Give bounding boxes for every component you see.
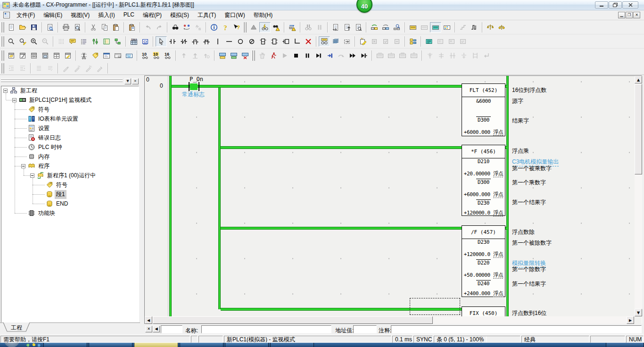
wina-toolbar-button[interactable] <box>6 50 17 61</box>
coilc-toolbar-button[interactable] <box>246 36 257 47</box>
editck-toolbar-button[interactable] <box>380 36 391 47</box>
scb-toolbar-button[interactable] <box>436 50 447 61</box>
stepin-toolbar-button[interactable] <box>324 50 336 61</box>
r10-toolbar-button[interactable]: 10 <box>140 50 151 61</box>
info-toolbar-button[interactable] <box>208 22 220 33</box>
endb-toolbar-button[interactable] <box>358 50 370 61</box>
contact-p-on[interactable] <box>189 82 200 91</box>
menu-2[interactable]: 编辑(E) <box>39 10 66 21</box>
taskbar-button-4[interactable] <box>180 343 223 347</box>
instruction-block-F[interactable]: *F (456)D210+20.00000 浮点D300+6000.000 浮点… <box>462 145 505 216</box>
playg-toolbar-button[interactable] <box>279 50 290 61</box>
upa-toolbar-button[interactable] <box>178 50 190 61</box>
cut-toolbar-button[interactable] <box>88 22 99 33</box>
panel-menu-button[interactable]: ▼ <box>124 78 131 84</box>
xred-toolbar-button[interactable] <box>303 36 314 47</box>
menu-10[interactable]: 帮助(H) <box>249 10 277 21</box>
vscroll-thumb[interactable] <box>635 84 642 174</box>
toolbar-gripper[interactable] <box>1 50 5 61</box>
winc-toolbar-button[interactable] <box>28 50 40 61</box>
cup-toolbar-button[interactable] <box>190 36 201 47</box>
lstb-toolbar-button[interactable] <box>44 63 56 74</box>
menu-8[interactable]: 工具(T) <box>193 10 220 21</box>
docfind-toolbar-button[interactable] <box>44 22 56 33</box>
toolbar-gripper[interactable] <box>1 36 5 47</box>
treegrn-toolbar-button[interactable] <box>112 36 124 47</box>
docup-toolbar-button[interactable] <box>341 22 353 33</box>
windows-taskbar[interactable] <box>0 343 644 347</box>
tree-item-io[interactable]: IO表和单元设置 <box>21 115 80 123</box>
indl-toolbar-button[interactable] <box>6 63 17 74</box>
fba-toolbar-button[interactable] <box>435 36 446 47</box>
name-input[interactable] <box>201 325 331 333</box>
new-toolbar-button[interactable] <box>6 22 17 33</box>
tree-item-[interactable]: 程序 <box>21 162 51 170</box>
stopb-toolbar-button[interactable] <box>290 50 302 61</box>
instruction-block-FIX[interactable]: FIX (450) <box>462 306 505 316</box>
listgrn-toolbar-button[interactable] <box>101 36 112 47</box>
winf-toolbar-button[interactable] <box>62 50 74 61</box>
kbg-toolbar-button[interactable] <box>419 22 430 33</box>
docmag-toolbar-button[interactable] <box>353 22 364 33</box>
fbinv-toolbar-button[interactable] <box>280 36 291 47</box>
kbdots-toolbar-button[interactable] <box>441 22 453 33</box>
mdi-close-button[interactable]: ✕ <box>633 12 640 18</box>
netmon-toolbar-button[interactable] <box>380 22 391 33</box>
tree-item-[interactable]: 新工程 <box>3 86 39 95</box>
taskbar-tray-icons[interactable] <box>25 343 41 347</box>
iogrn-toolbar-button[interactable] <box>90 36 101 47</box>
balb-toolbar-button[interactable] <box>496 22 507 33</box>
taskbar-button-3[interactable] <box>134 343 178 347</box>
vscroll-down-button[interactable]: ▼ <box>635 309 642 316</box>
kby-toolbar-button[interactable] <box>407 22 419 33</box>
hln-toolbar-button[interactable] <box>223 36 235 47</box>
helpptr-toolbar-button[interactable]: ? <box>231 22 242 33</box>
menu-4[interactable]: 插入(I) <box>94 10 119 21</box>
winb-toolbar-button[interactable] <box>17 50 28 61</box>
taskbar-button-1[interactable] <box>43 343 87 347</box>
preview-toolbar-button[interactable] <box>72 22 83 33</box>
menu-6[interactable]: 编程(P) <box>139 10 166 21</box>
tree-item-plc1cp1h[interactable]: 新PLC1[CP1H] 监视模式 <box>12 96 93 104</box>
save-toolbar-button[interactable] <box>28 22 40 33</box>
menu-7[interactable]: 模拟(S) <box>166 10 193 21</box>
mona-toolbar-button[interactable] <box>374 50 386 61</box>
fb1-toolbar-button[interactable] <box>257 36 269 47</box>
hscroll-left-button[interactable]: ◀ <box>145 316 152 324</box>
taskbar-button-7[interactable] <box>606 343 644 347</box>
find-toolbar-button[interactable] <box>170 22 181 33</box>
ladder-canvas[interactable]: P_On常通标志FLT (452)&6000D300+6000.000 浮点*F… <box>169 76 635 316</box>
mdiw-toolbar-button[interactable] <box>101 50 112 61</box>
toolbar-gripper[interactable] <box>243 22 247 33</box>
upc-toolbar-button[interactable] <box>201 50 212 61</box>
pena-toolbar-button[interactable] <box>60 63 72 74</box>
pause2-toolbar-button[interactable] <box>314 22 325 33</box>
menu-3[interactable]: 视图(V) <box>66 10 94 21</box>
tagy-toolbar-button[interactable] <box>90 50 101 61</box>
redo-toolbar-button[interactable] <box>154 22 165 33</box>
tab-project[interactable]: 工程 <box>3 322 30 332</box>
expand-box[interactable] <box>21 164 25 168</box>
r16-toolbar-button[interactable]: 16 <box>162 50 173 61</box>
expand-box[interactable] <box>3 89 8 93</box>
wind-toolbar-button[interactable] <box>40 50 51 61</box>
copy-toolbar-button[interactable] <box>99 22 110 33</box>
help-toolbar-button[interactable]: ? <box>220 22 231 33</box>
magplus-toolbar-button[interactable] <box>28 36 40 47</box>
pausemon-toolbar-button[interactable] <box>303 22 314 33</box>
retn-toolbar-button[interactable] <box>481 50 492 61</box>
bala-toolbar-button[interactable] <box>485 22 496 33</box>
rungsc-toolbar-button[interactable] <box>78 50 90 61</box>
hscroll-thumb[interactable] <box>153 316 433 324</box>
nextb-toolbar-button[interactable] <box>313 50 324 61</box>
taskbar-button-5[interactable] <box>225 343 269 347</box>
tri-toolbar-button[interactable] <box>248 22 259 33</box>
toolbar-gripper[interactable] <box>252 50 256 61</box>
stepa-toolbar-button[interactable] <box>457 22 469 33</box>
tree-item-100[interactable]: 新程序1 (00)运行中 <box>30 171 97 180</box>
magp-toolbar-button[interactable] <box>17 36 28 47</box>
penb-toolbar-button[interactable]: % <box>72 63 83 74</box>
operand-index-box[interactable] <box>161 325 182 333</box>
fb2-toolbar-button[interactable] <box>269 36 280 47</box>
mdi-restore-button[interactable]: ❐ <box>626 12 633 18</box>
